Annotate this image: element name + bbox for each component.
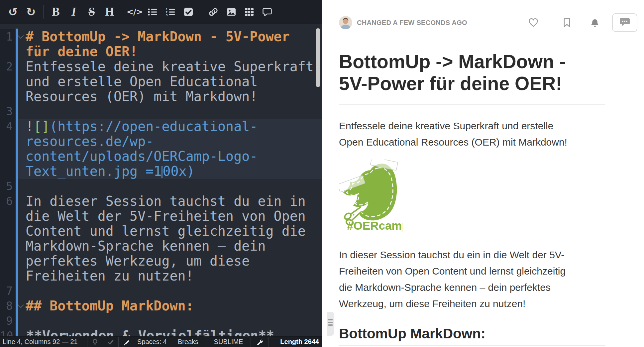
code-icon: </> [127,7,143,17]
indent-setting[interactable]: Spaces: 4 [134,337,170,347]
ordered-list-button[interactable]: 1 2 3 [163,4,178,20]
strikethrough-icon: S [88,6,95,18]
italic-button[interactable]: I [66,4,81,20]
rendered-markdown: BottomUp -> MarkDown - 5V-Power für dein… [322,51,644,346]
notifications-button[interactable] [590,17,600,28]
brush-icon [123,338,130,346]
oercamp-logo-image: #OERcamp [339,160,403,232]
document-info-bar: CHANGED A FEW SECONDS AGO [339,13,637,32]
grip-bar [328,324,333,326]
bold-button[interactable]: B [48,4,63,20]
heart-icon [528,17,539,28]
line-number: 4 [0,119,16,179]
markdown-source-editor[interactable]: 1 # BottomUp -> MarkDown - 5V-Power für … [0,24,322,336]
editor-toolbar: ↺ ↻ B I S H </> [0,0,322,24]
svg-text:3: 3 [166,13,167,17]
line-number: 10 [0,328,16,336]
strikethrough-button[interactable]: S [84,4,99,20]
line-number: 7 [0,284,16,298]
intro-paragraph: Entfessele deine kreative Superkraft und… [339,118,608,150]
bell-icon [590,17,600,28]
line-number: 3 [0,104,16,119]
page-title: BottomUp -> MarkDown - 5V-Power für dein… [339,51,605,105]
check-list-icon [183,7,193,17]
editor-line-4-active[interactable]: 4 ![](https://open-educational- resource… [0,119,322,179]
heading-button[interactable]: H [102,4,117,20]
lightbulb-icon [91,338,99,346]
line-number: 5 [0,179,16,194]
author-avatar[interactable] [339,16,352,29]
editor-line-text [26,104,318,119]
editor-line-9[interactable]: 9 [0,313,322,328]
comments-panel-button[interactable] [612,13,637,32]
editor-statusbar: Line 4, Columns 92 — 21 Spaces: 4 Bre [0,336,322,347]
fold-chevron-icon[interactable] [18,302,24,308]
editor-line-3[interactable]: 3 [0,104,322,119]
wrench-icon [256,338,263,346]
bookmark-icon [562,17,572,28]
editor-pane: ↺ ↻ B I S H </> [0,0,322,347]
code-button[interactable]: </> [127,4,142,20]
line-number: 2 [0,59,16,104]
editor-line-7[interactable]: 7 [0,284,322,298]
editor-line-6[interactable]: 6 In dieser Session tauchst du ein in di… [0,194,322,284]
table-icon [244,7,254,17]
editor-line-text: ![](https://open-educational- resources.… [26,119,318,179]
bullet-list-button[interactable] [145,4,160,20]
redo-button[interactable]: ↻ [23,4,39,20]
preferences-button[interactable] [251,337,268,347]
comment-icon [262,7,272,17]
spellcheck-toggle[interactable] [103,337,119,347]
editor-line-1[interactable]: 1 # BottomUp -> MarkDown - 5V-Power für … [0,29,322,59]
grip-bar [328,322,333,323]
redo-icon: ↻ [26,6,36,18]
link-icon [208,7,218,17]
image-bang-token: ! [26,119,34,134]
avatar-photo [339,16,352,29]
insert-image-button[interactable] [224,4,239,20]
editor-line-text [26,313,318,328]
markdown-editor-app: ↺ ↻ B I S H </> [0,0,644,347]
bookmark-button[interactable] [562,17,572,28]
undo-button[interactable]: ↺ [5,4,21,20]
line-number: 9 [0,313,16,328]
editor-line-8[interactable]: 8 ## BottomUp MarkDown: [0,298,322,313]
editor-line-text: In dieser Session tauchst du ein in die … [26,194,318,284]
last-changed-status: CHANGED A FEW SECONDS AGO [357,19,467,27]
editor-line-2[interactable]: 2 Entfessele deine kreative Superkraft u… [0,59,322,104]
keymap-setting[interactable]: SUBLIME [206,337,251,347]
editor-line-text: **Verwenden & Vervielfältigen** [26,328,319,336]
editor-scrollbar-thumb[interactable] [316,28,320,87]
editor-line-10[interactable]: 10 **Verwenden & Vervielfältigen** [0,328,322,336]
like-button[interactable] [528,17,539,28]
line-number: 1 [0,29,16,59]
heading-icon: H [105,6,114,18]
undo-icon: ↺ [8,6,18,18]
night-mode-toggle[interactable] [87,337,103,347]
line-number: 8 [0,298,16,313]
insert-link-button[interactable] [206,4,221,20]
section-heading: BottomUp MarkDown: [339,326,605,346]
editor-line-text: Entfessele deine kreative Superkraft und… [26,59,318,104]
ordered-list-icon: 1 2 3 [165,7,175,17]
insert-table-button[interactable] [242,4,257,20]
linebreak-setting[interactable]: Breaks [170,337,206,347]
toolbar-separator [122,5,122,19]
editor-line-text: ## BottomUp MarkDown: [26,298,318,313]
cursor-position-status: Line 4, Columns 92 — 21 [0,337,87,347]
editor-line-text [26,179,318,194]
logo-text: #OERcamp [347,219,403,232]
editor-line-text [26,284,318,298]
check-list-button[interactable] [181,4,196,20]
editor-line-5[interactable]: 5 [0,179,322,194]
authorship-color-bar [16,29,18,336]
grip-bar [328,319,333,320]
theme-brush-button[interactable] [119,337,134,347]
italic-icon: I [71,6,76,18]
image-brackets-token: [] [34,119,50,134]
fold-chevron-icon[interactable] [18,33,24,39]
image-icon [226,7,236,17]
session-paragraph: In dieser Session tauchst du ein in die … [339,247,608,312]
pane-splitter-handle[interactable] [327,312,334,336]
comment-button[interactable] [260,4,275,20]
